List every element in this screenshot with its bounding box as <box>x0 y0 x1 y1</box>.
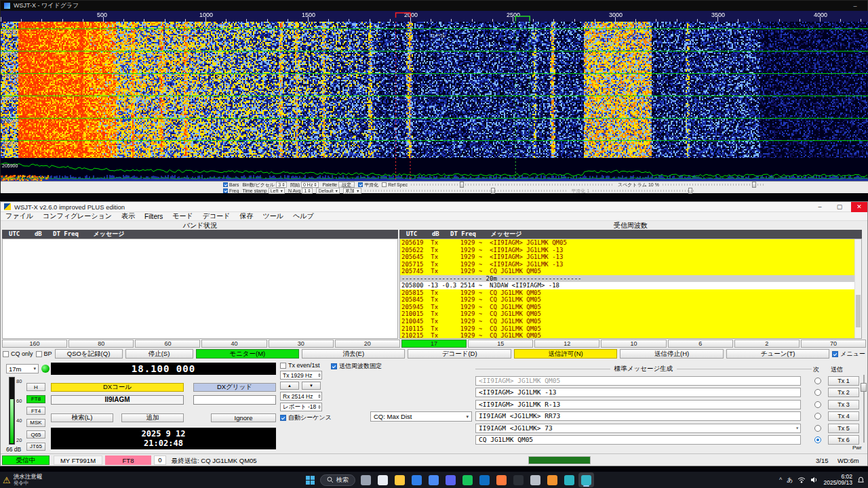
freq-checkbox[interactable]: Freq <box>223 188 239 193</box>
taskbar-app-task-view[interactable] <box>358 472 374 487</box>
band-button-40[interactable]: 40 <box>201 340 267 348</box>
timestamp-select[interactable]: Left▾ <box>269 188 285 194</box>
erase-button[interactable]: 消去(E) <box>302 349 405 359</box>
bp-checkbox[interactable]: BP <box>36 350 52 357</box>
tx-message-field-6[interactable]: CQ JG1LMK QM05 <box>475 435 801 445</box>
auto-seq-checkbox[interactable]: 自動シーケンス <box>280 413 332 422</box>
taskbar-app-copilot[interactable] <box>375 472 391 487</box>
tx-even-checkbox[interactable]: Tx even/1st <box>280 362 320 369</box>
lookup-button[interactable]: 検索(L) <box>51 413 113 422</box>
minimize-icon[interactable]: – <box>846 3 864 9</box>
taskbar-app-app-blue[interactable] <box>477 472 492 487</box>
decode-row[interactable]: 205845 Tx 1929 ~ CQ JG1LMK QM05 <box>400 296 854 304</box>
flatten-checkbox[interactable]: 平滑化 <box>358 182 378 188</box>
maximize-icon[interactable]: ▢ <box>831 202 848 212</box>
gain-slider[interactable] <box>411 184 614 186</box>
band-button-12[interactable]: 12 <box>534 340 599 348</box>
taskbar-app-chrome[interactable] <box>426 472 441 487</box>
bars-checkbox[interactable]: Bars <box>223 182 239 187</box>
tx-frequency-spinner[interactable]: Tx 1929 Hz <box>280 371 322 380</box>
taskbar-app-app-dark[interactable] <box>511 472 526 487</box>
dx-call-input[interactable]: II9IAGM <box>51 395 184 405</box>
accumulate-select[interactable]: 累加▾ <box>343 188 361 194</box>
menu-mode[interactable]: モード <box>167 211 197 221</box>
band-activity-list[interactable] <box>2 239 398 339</box>
band-selector[interactable]: 17m▾ <box>6 364 39 373</box>
band-button-17[interactable]: 17 <box>401 340 467 348</box>
next-radio-3[interactable] <box>814 401 821 408</box>
decode-row[interactable]: 210215 Tx 1929 ~ CQ JG1LMK QM05 <box>400 332 854 339</box>
tx-message-field-2[interactable]: <II9IAGM> JG1LMK -13 <box>475 388 801 397</box>
mode-button-ft8[interactable]: FT8 <box>26 395 45 403</box>
menu-decode[interactable]: デコード <box>198 211 235 221</box>
hold-tx-freq-checkbox[interactable]: 送信周波数固定 <box>331 362 382 371</box>
menu-save[interactable]: 保存 <box>235 211 258 221</box>
tx-message-field-5[interactable]: II9IAGM <JG1LMK> 73▾ <box>475 424 801 433</box>
report-spinner[interactable]: レポート -18 <box>280 403 322 411</box>
next-radio-4[interactable] <box>814 413 821 420</box>
mode-button-q65[interactable]: Q65 <box>26 430 45 439</box>
mode-button-ft4[interactable]: FT4 <box>26 407 45 415</box>
decode-row[interactable]: 205800 -13 -0.3 2514 ~ N3DAW <II9IAGM> -… <box>400 282 854 289</box>
mode-button-msk[interactable]: MSK <box>26 419 45 427</box>
decode-row[interactable]: ---------------------- 20m -------------… <box>400 275 854 283</box>
taskbar-app-wsjtx[interactable] <box>578 472 594 487</box>
bins-per-pixel-spinner[interactable]: 3 <box>276 182 287 188</box>
zero-slider[interactable] <box>663 184 764 186</box>
rx-scrollbar[interactable] <box>854 239 861 338</box>
tx-button-2[interactable]: Tx 2 <box>828 388 859 397</box>
halt-tx-button[interactable]: 送信停止(H) <box>620 349 723 359</box>
spinner-arrows-icon[interactable] <box>318 373 321 377</box>
wide-graph-titlebar[interactable]: WSJT-X - ワイドグラフ – <box>1 1 867 11</box>
tx-message-field-4[interactable]: II9IAGM <JG1LMK> RR73 <box>475 411 801 421</box>
menus-checkbox[interactable]: メニュー <box>832 350 865 359</box>
spinner-arrows-icon[interactable] <box>318 405 321 409</box>
tx-button-5[interactable]: Tx 5 <box>828 424 859 433</box>
tx-message-field-3[interactable]: <II9IAGM> JG1LMK R-13 <box>475 400 801 409</box>
decode-row[interactable]: 205745 Tx 1929 ~ CQ JG1LMK QM05 <box>400 268 854 275</box>
cq-mode-select[interactable]: CQ: Max Dist▾ <box>370 411 472 422</box>
decode-row[interactable]: 205645 Tx 1929 ~ <II9IAGM> JG1LMK -13 <box>400 253 854 261</box>
notifications-icon[interactable] <box>857 476 865 484</box>
band-button-80[interactable]: 80 <box>68 340 134 348</box>
decode-row[interactable]: 205715 Tx 1929 ~ <II9IAGM> JG1LMK -13 <box>400 261 854 268</box>
freq-up-button[interactable]: ▲ <box>280 382 299 390</box>
spinner-arrows-icon[interactable] <box>318 394 321 398</box>
band-button-10[interactable]: 10 <box>601 340 666 348</box>
decode-row[interactable]: 210015 Tx 1929 ~ CQ JG1LMK QM05 <box>400 310 854 318</box>
band-button-20[interactable]: 20 <box>335 340 400 348</box>
clock[interactable]: 6:02 2025/09/13 <box>823 474 852 487</box>
taskbar-app-explorer[interactable] <box>392 472 408 487</box>
palette-select[interactable]: Default▾ <box>316 188 340 194</box>
band-button-6[interactable]: 6 <box>668 340 733 348</box>
decode-row[interactable]: 210115 Tx 1929 ~ CQ JG1LMK QM05 <box>400 325 854 333</box>
menu-help[interactable]: ヘルプ <box>288 211 319 221</box>
ref-spec-checkbox[interactable]: Ref Spec <box>382 182 408 187</box>
dx-call-button[interactable]: DXコール <box>51 383 184 392</box>
menu-view[interactable]: 表示 <box>117 211 140 221</box>
taskbar-app-app-orange[interactable] <box>494 472 509 487</box>
taskbar-app-app-purple[interactable] <box>443 472 458 487</box>
zero2-slider[interactable] <box>365 190 568 192</box>
stop-button[interactable]: 停止(S) <box>125 349 193 359</box>
start-freq-spinner[interactable]: 0 Hz <box>301 182 319 188</box>
power-slider[interactable] <box>861 375 867 443</box>
spinner-arrows-icon[interactable] <box>314 183 317 186</box>
taskbar-app-app-green[interactable] <box>460 472 475 487</box>
mode-button-jt65[interactable]: JT65 <box>26 443 45 451</box>
ignore-button[interactable]: Ignore <box>211 413 276 422</box>
taskbar-app-app-teal[interactable] <box>561 472 577 487</box>
tx-message-field-1[interactable]: <II9IAGM> JG1LMK QM05 <box>475 376 801 386</box>
menu-tools[interactable]: ツール <box>258 211 288 221</box>
weather-widget[interactable]: ⚠ 洪水注意報 発令中 <box>3 472 42 488</box>
spinner-arrows-icon[interactable] <box>282 183 285 186</box>
dx-grid-button[interactable]: DXグリッド <box>193 383 276 392</box>
search-box[interactable]: 検索 <box>320 474 355 486</box>
rx-frequency-spinner[interactable]: Rx 2514 Hz <box>280 392 322 401</box>
band-button-2[interactable]: 2 <box>734 340 800 348</box>
tray-chevron-icon[interactable]: ^ <box>779 476 782 483</box>
dx-grid-input[interactable] <box>193 395 276 405</box>
rx-scrollbar-thumb[interactable] <box>856 295 861 327</box>
spinner-arrows-icon[interactable] <box>308 189 311 192</box>
next-radio-5[interactable] <box>814 425 821 432</box>
